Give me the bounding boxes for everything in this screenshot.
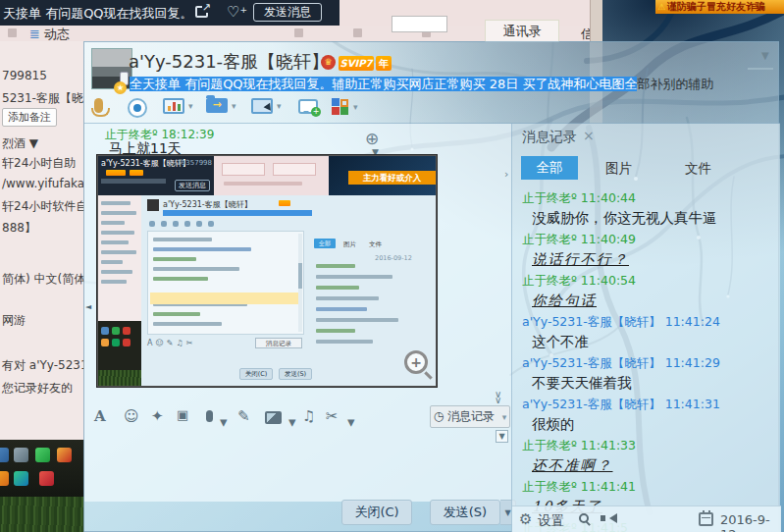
dropdown-icon[interactable]: ▾ [220, 413, 228, 431]
gear-icon[interactable]: ⚙ [519, 510, 532, 528]
history-date[interactable]: 2016-9-12 [720, 512, 781, 532]
mini-avatar [147, 199, 159, 211]
tab-images[interactable]: 图片 [605, 160, 632, 178]
anti-scam-banner[interactable]: ⚠谨防骗子冒充好友诈骗 [655, 0, 784, 14]
video-call-button[interactable] [128, 98, 147, 118]
profile-fragment: 轩24小时软件自 [2, 198, 84, 215]
tab-all[interactable]: 全部 [521, 156, 578, 180]
dropdown-icon[interactable]: ▾ [188, 101, 193, 111]
qq-medal-icon [0, 448, 9, 462]
input-toolbar: A ☺ ✦ ▣ ▾ ✎ ▾ ♫ ✂ ▾ ◷ 消息记录 ▾ [84, 405, 511, 431]
mini-chat-titlebar: a'Yy-5231-客服【晓轩】 19357998 发送消息 [98, 156, 214, 195]
profile-card-signature: 天接单 有问题QQ现在找我回复。 … [3, 5, 189, 23]
qq-medal-icon [14, 471, 28, 486]
handwriting-button[interactable]: ✎ [237, 407, 250, 425]
history-message-text: 你给句话 [532, 290, 781, 312]
background-input-box[interactable] [392, 16, 447, 32]
qq-medal-icon [0, 471, 9, 486]
calendar-icon[interactable] [699, 512, 713, 526]
scroll-down-chevrons[interactable]: ∨∨ [495, 392, 501, 403]
app-share-button[interactable]: ▾ [163, 98, 193, 114]
signature-text: 部补别的辅助 [637, 77, 713, 91]
panel-splitter-icon[interactable]: › [504, 168, 508, 181]
history-message-text: 说话行不行？ [532, 248, 781, 271]
add-favorite-icon[interactable]: ♡+ [227, 3, 247, 21]
signature-expand-icon[interactable]: ▼ [761, 50, 769, 61]
mini-profile-panel [214, 156, 329, 195]
profile-fragment: 5231-客服【晓 [2, 90, 83, 107]
mini-inner-title: a'Yy-5231-客服【晓轩】 [163, 199, 252, 210]
history-message-text: 很烦的 [532, 413, 781, 436]
send-image-button[interactable] [265, 411, 282, 424]
file-transfer-button[interactable]: → ▾ [206, 98, 236, 113]
nav-item-dynamics[interactable]: ≣ 动态 [29, 26, 70, 43]
history-sender-time: 止于终老º 11:40:54 [522, 271, 781, 290]
mini-scrollbar [298, 234, 302, 332]
dropdown-icon[interactable]: ▾ [288, 413, 296, 431]
remote-desktop-button[interactable]: ▾ [251, 98, 282, 114]
tab-files[interactable]: 文件 [685, 160, 711, 178]
mini-button [222, 163, 265, 176]
voice-call-button[interactable] [94, 98, 103, 113]
music-button[interactable]: ♫ [302, 407, 315, 425]
profile-card-titlebar: 天接单 有问题QQ现在找我回复。 … ↗ ♡+ 发送消息 [0, 0, 340, 26]
search-icon[interactable] [579, 513, 589, 523]
mini-date: 2016-09-12 [375, 254, 412, 262]
tab-partial[interactable]: 信 [581, 26, 590, 41]
dropdown-icon[interactable]: ▾ [277, 101, 282, 111]
speaker-icon[interactable] [604, 513, 617, 523]
create-group-button[interactable]: + [298, 99, 318, 114]
send-message-button[interactable]: 发送消息 [253, 3, 322, 22]
mini-send-button: 发送(S) [279, 368, 312, 380]
list-icon: ≣ [29, 27, 40, 41]
remote-desktop-icon [251, 98, 273, 114]
chat-message-area[interactable]: 止于终老º 18:12:39 马上就11天 ⊕ ▼ ◄ a'Yy-5231-客服… [84, 124, 511, 502]
send-button[interactable]: 发送(S) [430, 500, 500, 525]
voice-record-button[interactable] [206, 410, 213, 422]
message-history-panel: 消息记录 × 全部 图片 文件 止于终老º 11:40:44没威胁你，你这无视人… [511, 124, 780, 532]
folder-transfer-icon: → [206, 98, 228, 113]
svip-badge[interactable]: SVIP7 [339, 56, 374, 71]
dropdown-icon[interactable]: ▾ [347, 413, 355, 431]
mini-qq-number: 19357998 [177, 159, 212, 167]
share-icon[interactable]: ↗ [195, 6, 208, 18]
more-apps-button[interactable]: ▾ [332, 98, 358, 115]
history-message-text: 不要天天催着我 [532, 372, 781, 395]
dropdown-icon[interactable]: ▾ [353, 102, 358, 112]
signature-selected-text: 全天接单 有问题QQ现在找我回复。辅助正常购买网店正常购买 28日 买了战神和心… [130, 77, 637, 91]
window-shake-button[interactable]: ▣ [177, 407, 188, 422]
profile-fragment[interactable]: 添加备注 [2, 108, 57, 127]
tab-contacts[interactable]: 通讯录 [485, 20, 559, 42]
signature-scrollbar[interactable] [748, 68, 773, 70]
profile-fragment: /www.yifufaka [2, 177, 84, 190]
close-button[interactable]: 关闭(C) [341, 500, 412, 525]
star-icon: ★ [114, 81, 127, 94]
history-sender-time: a'Yy-5231-客服【晓轩】 11:41:24 [522, 312, 781, 331]
magic-wand-button[interactable]: ✦ [151, 407, 164, 425]
image-zoom-icon[interactable]: ⊕ [365, 129, 379, 148]
embedded-screenshot-image[interactable]: a'Yy-5231-客服【晓轩】 19357998 发送消息 主力看好或介入 [97, 155, 437, 387]
qq-medal-icon [57, 448, 72, 462]
mini-badge [130, 170, 143, 176]
mini-badge [106, 170, 126, 176]
settings-label[interactable]: 设置 [538, 512, 564, 530]
history-panel-footer: ⚙ 设置 2016-9-12 [512, 505, 781, 532]
chat-window: a'Yy-5231-客服【晓轩】 ♛ SVIP7 年 ★全天接单 有问题QQ现在… [83, 41, 779, 532]
dropdown-icon[interactable]: ▾ [232, 101, 236, 111]
emoji-button[interactable]: ☺ [124, 407, 139, 425]
profile-fragment: 有对 a'Yy-5231 [2, 357, 84, 374]
collapse-left-icon[interactable]: ◄ [85, 302, 91, 311]
scroll-down-button[interactable]: ▼ [496, 430, 508, 443]
font-button[interactable]: A [94, 407, 106, 425]
svip-year-badge[interactable]: 年 [376, 56, 392, 71]
history-message-list[interactable]: 止于终老º 11:40:44没威胁你，你这无视人真牛逼止于终老º 11:40:4… [512, 186, 781, 532]
nav-icon [353, 28, 362, 37]
mini-inner-chat-window: a'Yy-5231-客服【晓轩】 全部 图片 [141, 195, 437, 387]
close-icon[interactable]: × [583, 128, 595, 143]
history-message-text: 还不准啊？ [532, 454, 781, 477]
history-sender-time: 止于终老º 11:41:33 [522, 436, 781, 454]
message-history-button[interactable]: ◷ 消息记录 ▾ [430, 405, 510, 428]
mini-magnifier-icon: + [404, 350, 428, 374]
screenshot-button[interactable]: ✂ [326, 407, 339, 425]
history-panel-title: 消息记录 [522, 129, 577, 146]
